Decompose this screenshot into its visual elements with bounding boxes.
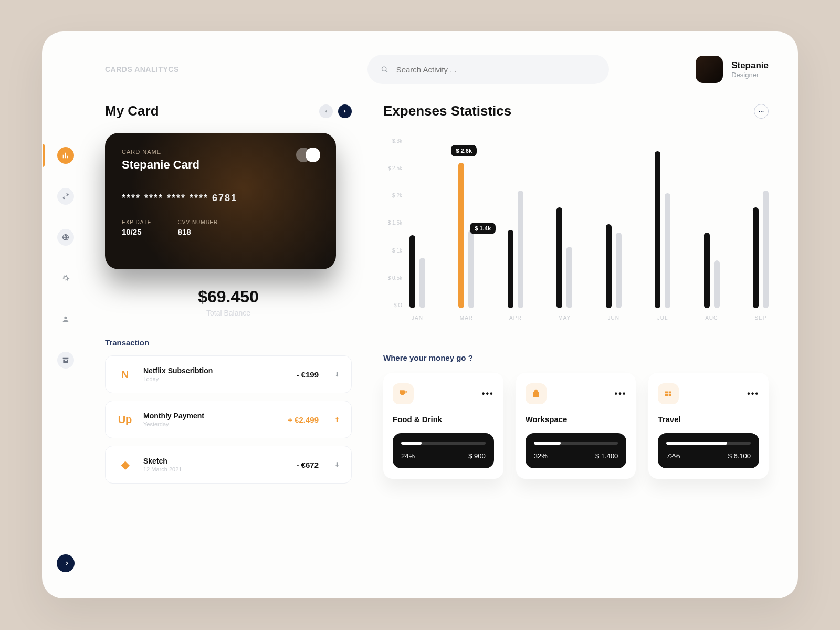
chart-bar	[753, 207, 759, 308]
category-name: Workspace	[526, 415, 627, 424]
transaction-amount: - €199	[296, 370, 319, 379]
svg-point-1	[382, 67, 386, 71]
card-next-button[interactable]	[338, 104, 352, 118]
expenses-chart: $.3k$ 2.5k$ 2k$ 1.5k$ 1k$ 0.5k$ O JAN $ …	[383, 133, 769, 327]
chart-xtick: JUL	[657, 315, 668, 321]
transaction-sub: 12 March 2021	[143, 466, 182, 472]
chart-ytick: $ O	[394, 302, 402, 308]
chart-bars: JAN $ 2.6k $ 1.4k MAR APR MAY	[410, 133, 769, 327]
transaction-row[interactable]: Up Monthly Payment Yesterday + €2.499	[105, 401, 352, 438]
chart-ytick: $ 1k	[392, 248, 402, 254]
sidebar-item-archive[interactable]	[57, 352, 74, 369]
svg-point-3	[761, 111, 762, 112]
brand-label: CARDS ANALITYCS	[105, 65, 352, 74]
chart-ytick: $ 2.5k	[388, 165, 402, 171]
chart-xtick: JUN	[607, 315, 619, 321]
chart-bar	[665, 193, 670, 308]
swap-icon	[61, 192, 70, 201]
category-more-button[interactable]: •••	[747, 389, 759, 398]
chart-xtick: SEP	[754, 315, 766, 321]
transaction-list: N Netflix Subscribtion Today - €199 Up M…	[105, 355, 352, 491]
arrow-down-icon	[333, 461, 341, 468]
arrow-up-icon	[333, 416, 341, 423]
app-frame: CARDS ANALITYCS Stepanie Designer My Car…	[42, 32, 798, 598]
category-card[interactable]: ••• Workspace 32% $ 1.400	[516, 373, 636, 479]
sidebar-item-analytics[interactable]	[57, 147, 74, 164]
chart-ytick: $ 0.5k	[388, 275, 402, 281]
chart-group[interactable]: JUL	[655, 140, 670, 308]
merchant-icon: ◆	[116, 456, 134, 474]
card-name: Stepanie Card	[122, 158, 319, 172]
category-progress	[666, 442, 751, 445]
category-card[interactable]: ••• Food & Drink 24% $ 900	[383, 373, 503, 479]
chart-bar	[655, 151, 660, 308]
transaction-title: Netflix Subscribtion	[143, 366, 213, 375]
chart-bar	[518, 191, 523, 308]
transaction-amount: + €2.499	[288, 415, 319, 424]
profile-role: Designer	[731, 71, 769, 79]
chart-ytick: $.3k	[392, 138, 402, 144]
category-more-button[interactable]: •••	[615, 389, 627, 398]
chart-group[interactable]: MAY	[556, 140, 572, 308]
card-network-icon	[296, 148, 320, 162]
card-number: **** **** **** **** 6781	[122, 193, 319, 204]
search-input[interactable]	[396, 65, 596, 74]
chart-xtick: JAN	[412, 315, 423, 321]
archive-icon	[61, 356, 70, 364]
transactions-heading: Transaction	[105, 338, 352, 347]
sidebar-item-profile[interactable]	[57, 311, 74, 328]
sidebar-item-transfer[interactable]	[57, 188, 74, 205]
search-field[interactable]	[368, 55, 609, 84]
category-percent: 72%	[666, 452, 680, 460]
category-more-button[interactable]: •••	[482, 389, 494, 398]
sidebar-item-settings[interactable]	[57, 270, 74, 287]
category-icon	[393, 383, 414, 404]
transaction-sub: Today	[143, 376, 213, 382]
transaction-title: Monthly Payment	[143, 412, 204, 420]
transaction-sub: Yesterday	[143, 421, 204, 427]
expenses-more-button[interactable]	[754, 104, 769, 119]
chart-xtick: APR	[509, 315, 522, 321]
sidebar	[42, 32, 89, 598]
profile[interactable]: Stepanie Designer	[696, 56, 769, 83]
chart-bar	[704, 233, 710, 308]
card-prev-button[interactable]	[319, 104, 333, 118]
chart-bar	[714, 260, 720, 308]
balance-label: Total Balance	[105, 309, 352, 317]
cvv-value: 818	[178, 227, 218, 236]
transaction-row[interactable]: N Netflix Subscribtion Today - €199	[105, 355, 352, 393]
user-icon	[61, 315, 70, 323]
chart-tooltip: $ 2.6k	[451, 145, 477, 156]
chart-group[interactable]: JUN	[606, 140, 622, 308]
chart-bar	[566, 247, 572, 308]
chart-group[interactable]: $ 2.6k $ 1.4k MAR	[458, 140, 474, 308]
category-name: Food & Drink	[393, 415, 494, 424]
category-amount: $ 1.400	[595, 452, 618, 460]
sidebar-item-globe[interactable]	[57, 229, 74, 246]
main: CARDS ANALITYCS Stepanie Designer My Car…	[89, 32, 798, 598]
category-icon	[658, 383, 679, 404]
search-icon	[380, 65, 389, 74]
credit-card[interactable]: CARD NAME Stepanie Card **** **** **** *…	[105, 133, 336, 269]
bars-icon	[61, 151, 70, 160]
transaction-row[interactable]: ◆ Sketch 12 March 2021 - €672	[105, 446, 352, 484]
chart-yaxis: $.3k$ 2.5k$ 2k$ 1.5k$ 1k$ 0.5k$ O	[383, 133, 402, 327]
category-percent: 32%	[534, 452, 548, 460]
category-card[interactable]: ••• Travel 72% $ 6.100	[648, 373, 769, 479]
category-progress	[401, 442, 486, 445]
chart-tooltip: $ 1.4k	[470, 223, 496, 234]
exp-value: 10/25	[122, 227, 152, 236]
expenses-heading: Expenses Statistics	[383, 103, 511, 119]
category-percent: 24%	[401, 452, 415, 460]
chart-group[interactable]: AUG	[704, 140, 720, 308]
where-heading: Where your money go ?	[383, 353, 769, 362]
exp-label: EXP DATE	[122, 219, 152, 225]
chart-xtick: MAY	[558, 315, 571, 321]
category-cards: ••• Food & Drink 24% $ 900 ••• Workspace…	[383, 373, 769, 479]
chart-group[interactable]: APR	[508, 140, 523, 308]
chart-group[interactable]: JAN	[410, 140, 425, 308]
category-panel: 24% $ 900	[393, 433, 494, 468]
mycard-heading: My Card	[105, 103, 159, 119]
sidebar-back-button[interactable]	[57, 554, 75, 572]
chart-group[interactable]: SEP	[753, 140, 769, 308]
